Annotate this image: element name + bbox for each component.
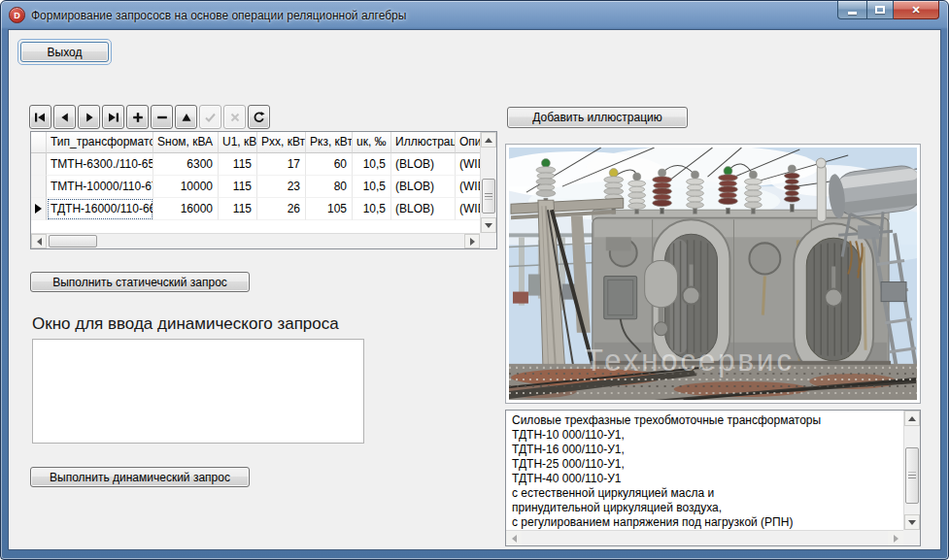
- scroll-up-button[interactable]: [904, 411, 920, 426]
- scroll-thumb[interactable]: [49, 235, 97, 247]
- scrollbar-corner: [480, 233, 496, 248]
- nav-refresh-button[interactable]: [248, 105, 270, 129]
- col-header-type: Тип_трансформатора: [47, 132, 153, 153]
- focused-cell[interactable]: ТДТН-16000/110-66: [47, 198, 153, 220]
- grid-header-row: Тип_трансформатора Sном, кВА U1, кВ Рхх,…: [31, 132, 496, 153]
- nav-cancel-button: [223, 105, 246, 129]
- add-illustration-button[interactable]: Добавить иллюстрацию: [507, 107, 688, 128]
- description-vertical-scrollbar[interactable]: [903, 411, 920, 530]
- maximize-button[interactable]: [866, 1, 894, 19]
- scroll-thumb[interactable]: [905, 447, 919, 504]
- photo-watermark: Техносервис: [585, 344, 795, 379]
- scroll-up-button[interactable]: [481, 132, 496, 148]
- minimize-icon: [848, 12, 857, 15]
- close-button[interactable]: ✕: [894, 1, 939, 19]
- last-record-icon: [107, 112, 119, 123]
- scroll-right-button[interactable]: [888, 531, 903, 545]
- refresh-icon: [253, 111, 265, 123]
- window-controls: ✕: [837, 1, 939, 19]
- col-header-pkz: Ркз, кВт: [306, 132, 353, 153]
- titlebar[interactable]: D Формирование запрососв на основе опера…: [1, 1, 948, 29]
- run-dynamic-query-button[interactable]: Выполнить динамический запрос: [30, 467, 250, 487]
- nav-post-button: [199, 105, 221, 129]
- arrow-left-icon: [512, 535, 517, 543]
- next-record-icon: [84, 112, 95, 123]
- insert-record-icon: [132, 112, 144, 123]
- edit-record-icon: [181, 112, 192, 123]
- exit-button[interactable]: Выход: [20, 42, 109, 62]
- arrow-left-icon: [37, 238, 42, 246]
- col-header-uk: uк, ‰: [353, 132, 391, 153]
- arrow-up-icon: [485, 138, 492, 143]
- scroll-right-button[interactable]: [464, 234, 480, 248]
- table-row[interactable]: ТМТН-6300./110-65 6300 115 17 60 10,5 (B…: [31, 153, 496, 176]
- application-window: D Формирование запрососв на основе опера…: [0, 0, 949, 560]
- nav-delete-button[interactable]: [151, 105, 173, 129]
- col-header-pxx: Рхх, кВт: [257, 132, 306, 153]
- description-memo[interactable]: Силовые трехфазные трехобмоточные трансф…: [505, 410, 921, 546]
- first-record-icon: [34, 112, 47, 123]
- grid-horizontal-scrollbar[interactable]: [31, 233, 480, 248]
- arrow-right-icon: [894, 535, 898, 543]
- client-area: Выход: [8, 29, 941, 550]
- illustration-panel: Техносервис: [505, 144, 921, 404]
- scroll-down-button[interactable]: [481, 217, 496, 233]
- col-header-description: Опис: [456, 132, 481, 153]
- current-record-arrow-icon: [35, 204, 42, 214]
- scroll-down-button[interactable]: [904, 514, 920, 530]
- col-header-u1: U1, кВ: [219, 132, 257, 153]
- nav-last-button[interactable]: [102, 105, 124, 129]
- minimize-button[interactable]: [837, 1, 866, 19]
- table-row[interactable]: ТМТН-10000/110-67 10000 115 23 80 10,5 (…: [31, 176, 496, 198]
- arrow-down-icon: [485, 223, 492, 228]
- post-check-icon: [204, 112, 217, 123]
- nav-next-button[interactable]: [78, 105, 100, 129]
- nav-edit-button[interactable]: [175, 105, 197, 129]
- col-header-snom: Sном, кВА: [153, 132, 219, 153]
- description-horizontal-scrollbar[interactable]: [506, 530, 903, 545]
- dynamic-query-input[interactable]: [32, 339, 364, 444]
- transformers-grid: Тип_трансформатора Sном, кВА U1, кВ Рхх,…: [30, 131, 497, 249]
- col-header-illustration: Иллюстрация: [391, 132, 456, 153]
- close-icon: ✕: [911, 5, 920, 16]
- arrow-right-icon: [470, 238, 475, 246]
- window-title: Формирование запрососв на основе операци…: [31, 9, 406, 22]
- grid-vertical-scrollbar[interactable]: [480, 132, 496, 233]
- exit-button-focus-ring: Выход: [17, 39, 112, 65]
- db-navigator: [29, 105, 270, 129]
- app-icon[interactable]: D: [9, 7, 25, 23]
- cancel-x-icon: [229, 112, 241, 123]
- grid-indicator-header: [31, 132, 47, 153]
- transformer-photo: Техносервис: [509, 148, 917, 400]
- arrow-down-icon: [908, 520, 916, 525]
- arrow-up-icon: [908, 416, 916, 421]
- scroll-left-button[interactable]: [31, 234, 47, 248]
- nav-insert-button[interactable]: [126, 105, 149, 129]
- run-static-query-button[interactable]: Выполнить статичечский запрос: [30, 272, 250, 292]
- description-text[interactable]: Силовые трехфазные трехобмоточные трансф…: [506, 411, 903, 530]
- scroll-thumb[interactable]: [482, 179, 495, 214]
- dynamic-query-label: Окно для ввода динамического запроса: [32, 314, 339, 334]
- scrollbar-corner: [903, 530, 920, 545]
- nav-prior-button[interactable]: [53, 105, 76, 129]
- table-row-selected[interactable]: ТДТН-16000/110-66 16000 115 26 105 10,5 …: [31, 198, 496, 220]
- delete-record-icon: [156, 112, 168, 123]
- prior-record-icon: [59, 112, 71, 123]
- maximize-icon: [875, 6, 885, 14]
- nav-first-button[interactable]: [29, 105, 51, 129]
- scroll-left-button[interactable]: [506, 531, 522, 545]
